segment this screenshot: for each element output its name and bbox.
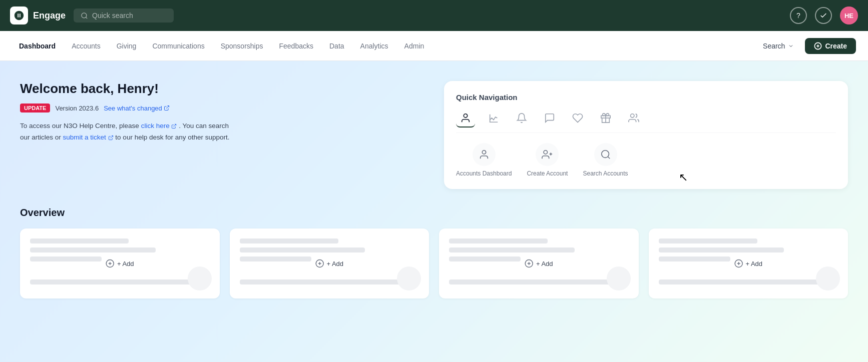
accounts-dashboard-label: Accounts Dashboard bbox=[456, 170, 512, 177]
skeleton-line bbox=[240, 248, 365, 252]
main-content: Welcome back, Henry! UPDATE Version 2023… bbox=[0, 61, 868, 362]
nav-item-communications[interactable]: Communications bbox=[145, 38, 211, 54]
help-text: To access our N3O Help Centre, please cl… bbox=[20, 120, 230, 144]
search-nav-label: Search bbox=[763, 42, 785, 50]
app-name: Engage bbox=[33, 10, 66, 21]
nav-tab-chart[interactable] bbox=[484, 110, 503, 128]
update-row: UPDATE Version 2023.6 See what's changed bbox=[20, 104, 424, 112]
skeleton-circle bbox=[607, 266, 631, 290]
add-label-2: + Add bbox=[326, 260, 343, 268]
nav-tab-heart[interactable] bbox=[568, 110, 587, 128]
add-label-1: + Add bbox=[117, 260, 134, 268]
search-accounts-icon bbox=[594, 143, 617, 166]
skeleton-circle bbox=[816, 266, 840, 290]
skeleton-line bbox=[659, 256, 730, 262]
content-grid: Welcome back, Henry! UPDATE Version 2023… bbox=[20, 81, 848, 189]
create-label: Create bbox=[825, 42, 847, 50]
topbar-right: ? HE bbox=[790, 6, 858, 24]
avatar-initials: HE bbox=[844, 12, 853, 20]
logo-wrap[interactable]: Engage bbox=[10, 6, 66, 24]
changes-link[interactable]: See what's changed bbox=[104, 104, 170, 112]
search-nav-button[interactable]: Search bbox=[758, 39, 799, 53]
svg-point-7 bbox=[464, 114, 467, 118]
skeleton-line bbox=[240, 238, 338, 244]
submit-ticket-link[interactable]: submit a ticket bbox=[63, 134, 116, 141]
create-account-action[interactable]: Create Account bbox=[527, 143, 568, 177]
add-button-3[interactable]: + Add bbox=[525, 259, 553, 268]
skeleton-line bbox=[30, 248, 156, 252]
nav-item-accounts[interactable]: Accounts bbox=[65, 38, 108, 54]
skeleton-circle bbox=[397, 266, 421, 290]
skeleton-line bbox=[30, 238, 129, 244]
svg-point-15 bbox=[601, 150, 609, 158]
svg-point-10 bbox=[631, 114, 634, 118]
skeleton-line bbox=[659, 280, 820, 284]
update-badge: UPDATE bbox=[20, 104, 50, 112]
nav-tab-bell[interactable] bbox=[512, 110, 531, 128]
search-accounts-action[interactable]: Search Accounts bbox=[583, 143, 628, 177]
skeleton-line bbox=[240, 280, 401, 284]
svg-line-5 bbox=[174, 124, 176, 126]
skeleton-line bbox=[449, 238, 548, 244]
welcome-title: Welcome back, Henry! bbox=[20, 81, 424, 96]
add-button-2[interactable]: + Add bbox=[315, 259, 343, 268]
welcome-section: Welcome back, Henry! UPDATE Version 2023… bbox=[20, 81, 424, 189]
app-logo bbox=[10, 6, 28, 24]
add-label-4: + Add bbox=[745, 260, 762, 268]
nav-tab-group[interactable] bbox=[624, 110, 643, 128]
user-avatar[interactable]: HE bbox=[840, 6, 858, 24]
nav-item-analytics[interactable]: Analytics bbox=[353, 38, 395, 54]
skeleton-circle bbox=[188, 266, 212, 290]
version-text: Version 2023.6 bbox=[55, 104, 99, 112]
nav-tab-chat[interactable] bbox=[540, 110, 559, 128]
quick-nav-title: Quick Navigation bbox=[456, 93, 836, 102]
svg-point-0 bbox=[82, 12, 87, 18]
accounts-dashboard-action[interactable]: Accounts Dashboard bbox=[456, 143, 512, 177]
overview-card-2: + Add bbox=[230, 228, 429, 298]
click-here-link[interactable]: click here bbox=[141, 122, 179, 130]
quick-nav-card: Quick Navigation bbox=[444, 81, 848, 189]
quick-nav-actions: Accounts Dashboard Create Account bbox=[456, 143, 836, 177]
svg-line-6 bbox=[110, 136, 113, 138]
skeleton-line bbox=[30, 280, 192, 284]
create-account-icon bbox=[536, 143, 559, 166]
secondary-nav: Dashboard Accounts Giving Communications… bbox=[0, 31, 868, 61]
global-search[interactable]: Quick search bbox=[74, 8, 174, 22]
svg-point-11 bbox=[482, 150, 486, 154]
nav-tab-gift[interactable] bbox=[596, 110, 615, 128]
search-placeholder: Quick search bbox=[92, 12, 133, 20]
overview-card-4: + Add bbox=[649, 228, 848, 298]
create-button[interactable]: Create bbox=[805, 38, 856, 54]
nav-tab-accounts[interactable] bbox=[456, 110, 475, 128]
nav-item-sponsorships[interactable]: Sponsorships bbox=[214, 38, 270, 54]
nav-right: Search Create bbox=[758, 38, 856, 54]
topbar: Engage Quick search ? HE bbox=[0, 0, 868, 31]
add-button-4[interactable]: + Add bbox=[734, 259, 762, 268]
accounts-dashboard-icon bbox=[473, 143, 496, 166]
overview-card-1: + Add bbox=[20, 228, 220, 298]
svg-line-4 bbox=[166, 106, 169, 109]
tasks-icon-button[interactable] bbox=[815, 7, 832, 24]
overview-cards: + Add + Add bbox=[20, 228, 848, 298]
skeleton-line bbox=[659, 238, 757, 244]
overview-card-3: + Add bbox=[439, 228, 639, 298]
nav-item-giving[interactable]: Giving bbox=[110, 38, 144, 54]
skeleton-line bbox=[449, 280, 611, 284]
overview-title: Overview bbox=[20, 207, 848, 218]
skeleton-line bbox=[449, 248, 575, 252]
skeleton-line bbox=[30, 256, 102, 262]
nav-item-data[interactable]: Data bbox=[322, 38, 351, 54]
search-accounts-label: Search Accounts bbox=[583, 170, 628, 177]
overview-section: Overview + Add bbox=[20, 207, 848, 298]
nav-item-feedbacks[interactable]: Feedbacks bbox=[272, 38, 320, 54]
create-account-label: Create Account bbox=[527, 170, 568, 177]
quick-nav-icon-tabs bbox=[456, 110, 836, 133]
nav-item-dashboard[interactable]: Dashboard bbox=[12, 38, 63, 54]
nav-item-admin[interactable]: Admin bbox=[397, 38, 431, 54]
skeleton-line bbox=[659, 248, 784, 252]
add-label-3: + Add bbox=[536, 260, 553, 268]
help-icon-button[interactable]: ? bbox=[790, 7, 807, 24]
add-button-1[interactable]: + Add bbox=[106, 259, 134, 268]
svg-point-12 bbox=[544, 150, 548, 154]
skeleton-line bbox=[240, 256, 311, 262]
